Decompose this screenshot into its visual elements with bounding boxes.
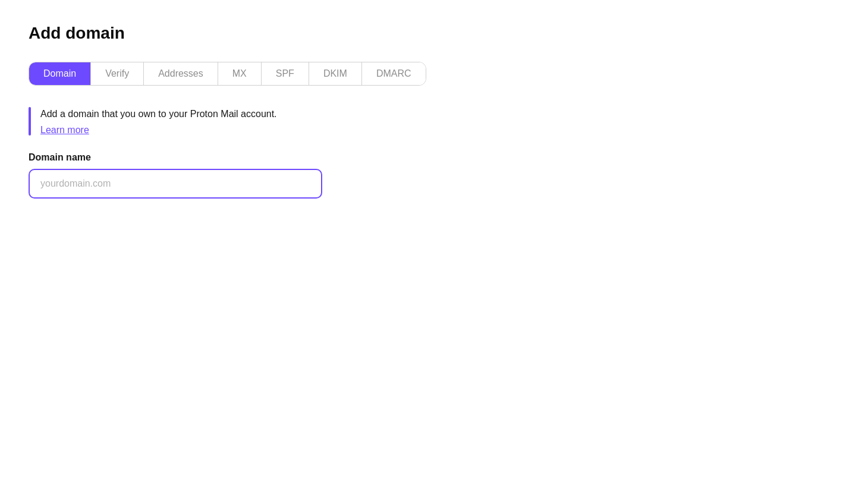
learn-more-link[interactable]: Learn more [40, 125, 277, 136]
domain-name-field: Domain name [29, 152, 839, 199]
info-text: Add a domain that you own to your Proton… [40, 107, 277, 121]
tab-mx[interactable]: MX [218, 62, 262, 85]
tabs-container: Domain Verify Addresses MX SPF DKIM DMAR… [29, 62, 426, 86]
tab-dmarc[interactable]: DMARC [362, 62, 426, 85]
domain-name-label: Domain name [29, 152, 839, 163]
info-content: Add a domain that you own to your Proton… [40, 107, 277, 136]
page-title: Add domain [29, 24, 839, 43]
info-border-decoration [29, 107, 31, 136]
tab-addresses[interactable]: Addresses [144, 62, 218, 85]
tab-verify[interactable]: Verify [91, 62, 144, 85]
tab-domain[interactable]: Domain [29, 62, 91, 85]
domain-name-input[interactable] [29, 169, 322, 199]
tab-dkim[interactable]: DKIM [309, 62, 362, 85]
info-block: Add a domain that you own to your Proton… [29, 107, 839, 136]
tab-spf[interactable]: SPF [262, 62, 309, 85]
